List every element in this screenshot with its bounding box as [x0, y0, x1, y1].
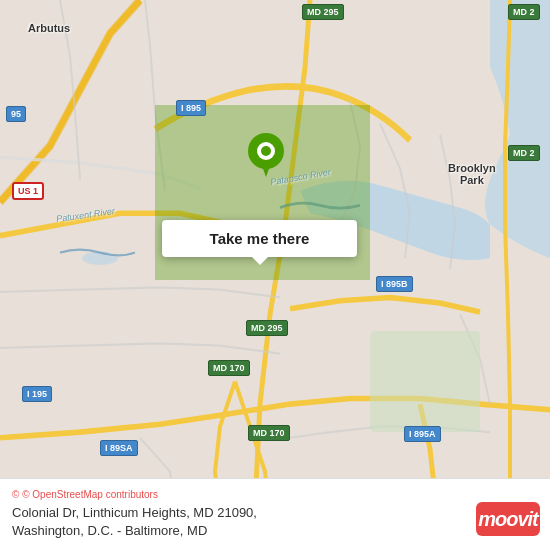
callout-label: Take me there [210, 230, 310, 247]
take-me-there-button[interactable]: Take me there [162, 220, 357, 257]
map-pin [248, 133, 284, 177]
osm-heart-icon: © [12, 489, 19, 500]
svg-rect-0 [370, 331, 480, 432]
map-svg [0, 0, 550, 550]
osm-credit: © © OpenStreetMap contributors [12, 489, 538, 500]
bottom-info-bar: © © OpenStreetMap contributors Colonial … [0, 478, 550, 550]
address-text: Colonial Dr, Linthicum Heights, MD 21090… [12, 504, 538, 540]
moovit-wordmark: moovit [478, 508, 538, 531]
svg-point-4 [261, 146, 271, 156]
map-container: Take me there Arbutus BrooklynPark Patap… [0, 0, 550, 550]
moovit-logo: moovit [476, 502, 540, 536]
